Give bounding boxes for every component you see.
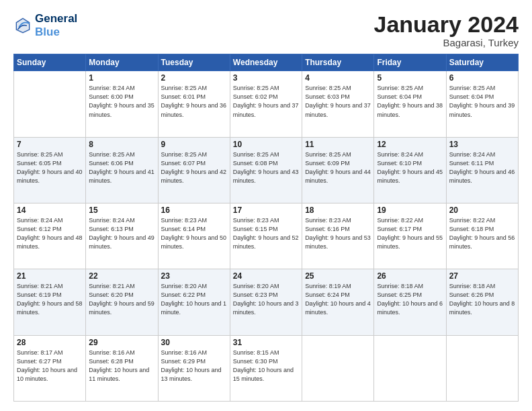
day-number: 19	[377, 205, 443, 215]
calendar-cell	[374, 335, 446, 401]
day-info: Sunrise: 8:25 AMSunset: 6:09 PMDaylight:…	[305, 150, 371, 185]
day-number: 14	[17, 205, 83, 215]
calendar-cell	[302, 335, 374, 401]
weekday-header: Monday	[86, 54, 158, 71]
weekday-header: Thursday	[302, 54, 374, 71]
logo: General Blue	[13, 12, 77, 38]
day-number: 7	[17, 140, 83, 149]
day-info: Sunrise: 8:18 AMSunset: 6:26 PMDaylight:…	[449, 282, 515, 317]
day-number: 29	[89, 338, 154, 347]
day-info: Sunrise: 8:17 AMSunset: 6:27 PMDaylight:…	[17, 349, 83, 383]
day-info: Sunrise: 8:24 AMSunset: 6:10 PMDaylight:…	[377, 150, 443, 185]
calendar-table: SundayMondayTuesdayWednesdayThursdayFrid…	[13, 54, 519, 402]
calendar-cell: 21Sunrise: 8:21 AMSunset: 6:19 PMDayligh…	[14, 269, 86, 335]
title-block: January 2024 Bagarasi, Turkey	[374, 12, 519, 48]
day-number: 17	[233, 205, 299, 215]
weekday-header: Saturday	[446, 54, 518, 71]
calendar-cell	[14, 71, 86, 137]
day-info: Sunrise: 8:25 AMSunset: 6:04 PMDaylight:…	[377, 84, 443, 119]
day-number: 22	[89, 271, 154, 281]
day-info: Sunrise: 8:20 AMSunset: 6:22 PMDaylight:…	[161, 282, 227, 317]
weekday-header: Wednesday	[230, 54, 302, 71]
calendar-cell: 15Sunrise: 8:24 AMSunset: 6:13 PMDayligh…	[86, 203, 158, 269]
calendar-cell: 19Sunrise: 8:22 AMSunset: 6:17 PMDayligh…	[374, 203, 446, 269]
day-info: Sunrise: 8:24 AMSunset: 6:13 PMDaylight:…	[89, 216, 154, 251]
calendar-subtitle: Bagarasi, Turkey	[374, 37, 519, 48]
day-number: 11	[305, 140, 371, 149]
calendar-cell: 24Sunrise: 8:20 AMSunset: 6:23 PMDayligh…	[230, 269, 302, 335]
calendar-cell: 16Sunrise: 8:23 AMSunset: 6:14 PMDayligh…	[158, 203, 230, 269]
day-info: Sunrise: 8:25 AMSunset: 6:03 PMDaylight:…	[305, 84, 371, 119]
calendar-cell: 25Sunrise: 8:19 AMSunset: 6:24 PMDayligh…	[302, 269, 374, 335]
day-number: 21	[17, 271, 83, 281]
calendar-cell: 31Sunrise: 8:15 AMSunset: 6:30 PMDayligh…	[230, 335, 302, 401]
day-info: Sunrise: 8:24 AMSunset: 6:00 PMDaylight:…	[89, 84, 154, 119]
day-number: 13	[449, 140, 515, 149]
calendar-cell: 11Sunrise: 8:25 AMSunset: 6:09 PMDayligh…	[302, 137, 374, 203]
calendar-cell: 27Sunrise: 8:18 AMSunset: 6:26 PMDayligh…	[446, 269, 518, 335]
day-number: 24	[233, 271, 299, 281]
day-info: Sunrise: 8:25 AMSunset: 6:01 PMDaylight:…	[161, 84, 227, 119]
day-number: 4	[305, 73, 371, 83]
day-number: 26	[377, 271, 443, 281]
day-info: Sunrise: 8:23 AMSunset: 6:16 PMDaylight:…	[305, 216, 371, 251]
day-number: 20	[449, 205, 515, 215]
day-info: Sunrise: 8:20 AMSunset: 6:23 PMDaylight:…	[233, 282, 299, 317]
day-number: 12	[377, 140, 443, 149]
calendar-cell: 10Sunrise: 8:25 AMSunset: 6:08 PMDayligh…	[230, 137, 302, 203]
day-number: 6	[449, 73, 515, 83]
weekday-header: Tuesday	[158, 54, 230, 71]
calendar-week-row: 1Sunrise: 8:24 AMSunset: 6:00 PMDaylight…	[14, 71, 519, 137]
calendar-page: General Blue January 2024 Bagarasi, Turk…	[0, 0, 532, 411]
day-info: Sunrise: 8:25 AMSunset: 6:06 PMDaylight:…	[89, 150, 154, 185]
calendar-week-row: 28Sunrise: 8:17 AMSunset: 6:27 PMDayligh…	[14, 335, 519, 401]
day-number: 30	[161, 338, 227, 347]
calendar-cell: 1Sunrise: 8:24 AMSunset: 6:00 PMDaylight…	[86, 71, 158, 137]
calendar-cell: 5Sunrise: 8:25 AMSunset: 6:04 PMDaylight…	[374, 71, 446, 137]
calendar-cell: 13Sunrise: 8:24 AMSunset: 6:11 PMDayligh…	[446, 137, 518, 203]
day-number: 31	[233, 338, 299, 347]
calendar-week-row: 21Sunrise: 8:21 AMSunset: 6:19 PMDayligh…	[14, 269, 519, 335]
logo-text: General Blue	[35, 12, 77, 38]
day-info: Sunrise: 8:25 AMSunset: 6:07 PMDaylight:…	[161, 150, 227, 185]
calendar-cell: 2Sunrise: 8:25 AMSunset: 6:01 PMDaylight…	[158, 71, 230, 137]
day-info: Sunrise: 8:24 AMSunset: 6:11 PMDaylight:…	[449, 150, 515, 185]
calendar-week-row: 7Sunrise: 8:25 AMSunset: 6:05 PMDaylight…	[14, 137, 519, 203]
day-info: Sunrise: 8:23 AMSunset: 6:14 PMDaylight:…	[161, 216, 227, 251]
day-number: 25	[305, 271, 371, 281]
day-info: Sunrise: 8:22 AMSunset: 6:17 PMDaylight:…	[377, 216, 443, 251]
calendar-cell: 7Sunrise: 8:25 AMSunset: 6:05 PMDaylight…	[14, 137, 86, 203]
calendar-cell: 29Sunrise: 8:16 AMSunset: 6:28 PMDayligh…	[86, 335, 158, 401]
day-info: Sunrise: 8:15 AMSunset: 6:30 PMDaylight:…	[233, 349, 299, 383]
calendar-cell: 23Sunrise: 8:20 AMSunset: 6:22 PMDayligh…	[158, 269, 230, 335]
day-number: 8	[89, 140, 154, 149]
calendar-cell: 8Sunrise: 8:25 AMSunset: 6:06 PMDaylight…	[86, 137, 158, 203]
calendar-cell: 14Sunrise: 8:24 AMSunset: 6:12 PMDayligh…	[14, 203, 86, 269]
day-number: 1	[89, 73, 154, 83]
day-info: Sunrise: 8:25 AMSunset: 6:05 PMDaylight:…	[17, 150, 83, 185]
day-number: 2	[161, 73, 227, 83]
calendar-cell: 26Sunrise: 8:18 AMSunset: 6:25 PMDayligh…	[374, 269, 446, 335]
day-info: Sunrise: 8:21 AMSunset: 6:20 PMDaylight:…	[89, 282, 154, 317]
day-info: Sunrise: 8:25 AMSunset: 6:08 PMDaylight:…	[233, 150, 299, 185]
calendar-cell: 18Sunrise: 8:23 AMSunset: 6:16 PMDayligh…	[302, 203, 374, 269]
calendar-cell: 28Sunrise: 8:17 AMSunset: 6:27 PMDayligh…	[14, 335, 86, 401]
weekday-header: Sunday	[14, 54, 86, 71]
day-info: Sunrise: 8:25 AMSunset: 6:02 PMDaylight:…	[233, 84, 299, 119]
day-number: 27	[449, 271, 515, 281]
calendar-cell: 30Sunrise: 8:16 AMSunset: 6:29 PMDayligh…	[158, 335, 230, 401]
day-info: Sunrise: 8:16 AMSunset: 6:28 PMDaylight:…	[89, 349, 154, 383]
calendar-cell: 20Sunrise: 8:22 AMSunset: 6:18 PMDayligh…	[446, 203, 518, 269]
day-info: Sunrise: 8:16 AMSunset: 6:29 PMDaylight:…	[161, 349, 227, 383]
calendar-cell: 12Sunrise: 8:24 AMSunset: 6:10 PMDayligh…	[374, 137, 446, 203]
day-number: 18	[305, 205, 371, 215]
day-number: 23	[161, 271, 227, 281]
day-info: Sunrise: 8:24 AMSunset: 6:12 PMDaylight:…	[17, 216, 83, 251]
calendar-week-row: 14Sunrise: 8:24 AMSunset: 6:12 PMDayligh…	[14, 203, 519, 269]
weekday-header-row: SundayMondayTuesdayWednesdayThursdayFrid…	[14, 54, 519, 71]
day-number: 16	[161, 205, 227, 215]
calendar-title: January 2024	[374, 12, 519, 37]
day-info: Sunrise: 8:21 AMSunset: 6:19 PMDaylight:…	[17, 282, 83, 317]
calendar-cell: 22Sunrise: 8:21 AMSunset: 6:20 PMDayligh…	[86, 269, 158, 335]
calendar-cell: 17Sunrise: 8:23 AMSunset: 6:15 PMDayligh…	[230, 203, 302, 269]
